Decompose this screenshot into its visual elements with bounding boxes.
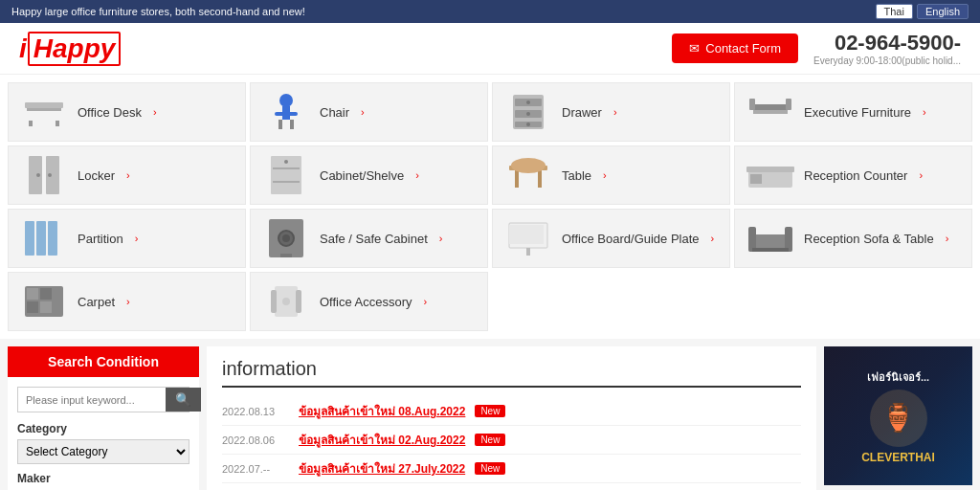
category-label-office-board: Office Board/Guide Plate (562, 232, 700, 246)
category-arrow-partition: › (135, 233, 139, 244)
category-item-reception-counter[interactable]: Reception Counter › (734, 145, 972, 205)
category-arrow-office-board: › (711, 233, 715, 244)
category-item-office-board[interactable]: Office Board/Guide Plate › (492, 209, 730, 268)
svg-rect-34 (750, 174, 762, 184)
svg-rect-3 (56, 121, 59, 126)
category-label-office-accessory: Office Accessory (320, 295, 412, 309)
category-icon-partition (20, 219, 68, 257)
category-icon-reception-counter (746, 156, 794, 194)
category-icon-office-desk (20, 93, 68, 131)
category-item-office-accessory[interactable]: Office Accessory › (250, 272, 488, 331)
header: i Happy ✉ Contact Form 02-964-5900- Ever… (0, 23, 980, 75)
svg-point-27 (284, 160, 288, 164)
svg-rect-53 (40, 301, 52, 313)
category-label-reception-counter: Reception Counter (804, 168, 907, 183)
svg-rect-41 (280, 254, 292, 257)
category-item-executive-furniture[interactable]: Executive Furniture › (734, 82, 972, 142)
category-select[interactable]: Select Category (17, 439, 189, 464)
svg-rect-43 (526, 248, 530, 256)
category-item-table[interactable]: Table › (492, 145, 730, 205)
category-icon-drawer (504, 93, 552, 131)
category-label-partition: Partition (78, 232, 123, 246)
category-label-carpet: Carpet (78, 295, 115, 309)
svg-rect-2 (29, 121, 33, 126)
category-label-office-desk: Office Desk (78, 105, 142, 120)
svg-rect-6 (275, 112, 298, 116)
language-switcher: Thai English (876, 4, 969, 19)
svg-point-14 (526, 112, 530, 116)
svg-point-4 (279, 94, 293, 107)
category-item-partition[interactable]: Partition › (8, 209, 246, 268)
info-rows: 2022.08.13 ข้อมูลสินค้าเข้าใหม่ 08.Aug.2… (222, 397, 801, 483)
svg-point-23 (48, 173, 52, 177)
category-item-safe-cabinet[interactable]: Safe / Safe Cabinet › (250, 209, 488, 268)
bottom-section: Search Condition 🔍 Category Select Categ… (0, 339, 980, 490)
svg-rect-30 (538, 170, 542, 188)
ad-icon: 🏺 (870, 390, 927, 447)
info-link[interactable]: ข้อมูลสินค้าเข้าใหม่ 08.Aug.2022 (299, 402, 465, 420)
info-section: information 2022.08.13 ข้อมูลสินค้าเข้าใ… (207, 346, 816, 490)
category-item-cabinet-shelve[interactable]: Cabinet/Shelve › (250, 145, 488, 205)
svg-rect-8 (290, 120, 294, 129)
search-button[interactable]: 🔍 (166, 388, 201, 412)
lang-thai-button[interactable]: Thai (876, 4, 913, 19)
svg-rect-36 (36, 221, 46, 256)
svg-point-57 (282, 298, 290, 305)
svg-point-13 (526, 100, 530, 104)
info-link[interactable]: ข้อมูลสินค้าเข้าใหม่ 27.July.2022 (299, 459, 465, 478)
svg-rect-18 (749, 99, 755, 110)
category-arrow-reception-counter: › (919, 169, 923, 181)
svg-rect-33 (746, 167, 794, 172)
category-item-carpet[interactable]: Carpet › (8, 272, 246, 331)
search-input-wrap: 🔍 (17, 387, 189, 412)
info-title: information (222, 358, 801, 388)
info-link[interactable]: ข้อมูลสินค้าเข้าใหม่ 02.Aug.2022 (299, 431, 465, 449)
category-icon-chair (262, 93, 310, 131)
category-arrow-office-accessory: › (424, 296, 428, 307)
category-arrow-office-desk: › (153, 106, 157, 118)
category-icon-reception-sofa (746, 219, 794, 257)
search-title: Search Condition (8, 346, 199, 377)
category-icon-office-accessory (262, 282, 310, 321)
contact-btn-label: Contact Form (705, 41, 781, 56)
top-banner: Happy large office furniture stores, bot… (0, 0, 980, 23)
svg-rect-17 (753, 110, 788, 114)
category-item-drawer[interactable]: Drawer › (492, 82, 730, 142)
category-label-locker: Locker (78, 168, 115, 183)
category-item-reception-sofa[interactable]: Reception Sofa & Table › (734, 209, 972, 268)
category-arrow-safe-cabinet: › (439, 233, 443, 244)
svg-rect-48 (752, 248, 789, 252)
category-arrow-drawer: › (613, 106, 617, 118)
category-arrow-reception-sofa: › (946, 233, 949, 244)
category-icon-safe-cabinet (262, 219, 310, 257)
logo[interactable]: i Happy (19, 32, 121, 66)
maker-label: Maker (17, 472, 189, 485)
category-label-safe-cabinet: Safe / Safe Cabinet (320, 232, 428, 246)
svg-rect-0 (25, 102, 63, 108)
phone-hours: Everyday 9:00-18:00(public holid... (813, 56, 961, 66)
info-date: 2022.08.13 (222, 406, 289, 417)
search-input[interactable] (18, 388, 166, 412)
svg-rect-44 (509, 225, 544, 244)
category-item-office-desk[interactable]: Office Desk › (8, 82, 246, 142)
category-arrow-cabinet-shelve: › (415, 169, 419, 181)
new-badge: New (475, 405, 505, 417)
category-icon-table (504, 156, 552, 194)
svg-point-22 (36, 173, 40, 177)
svg-rect-25 (273, 167, 300, 169)
svg-point-40 (282, 234, 290, 242)
svg-rect-26 (273, 181, 300, 183)
ad-text-top: เฟอร์นิเจอร์... (867, 368, 929, 386)
new-badge: New (475, 462, 505, 475)
category-item-locker[interactable]: Locker › (8, 145, 246, 205)
category-icon-cabinet-shelve (262, 156, 310, 194)
svg-rect-55 (271, 290, 277, 313)
category-item-chair[interactable]: Chair › (250, 82, 488, 142)
ad-brand: CLEVERTHAI (861, 451, 935, 464)
lang-english-button[interactable]: English (917, 4, 969, 19)
contact-form-button[interactable]: ✉ Contact Form (672, 33, 798, 63)
category-label-table: Table (562, 168, 591, 183)
banner-text: Happy large office furniture stores, bot… (11, 6, 305, 17)
category-label-chair: Chair (320, 105, 349, 120)
category-arrow-locker: › (126, 169, 130, 181)
